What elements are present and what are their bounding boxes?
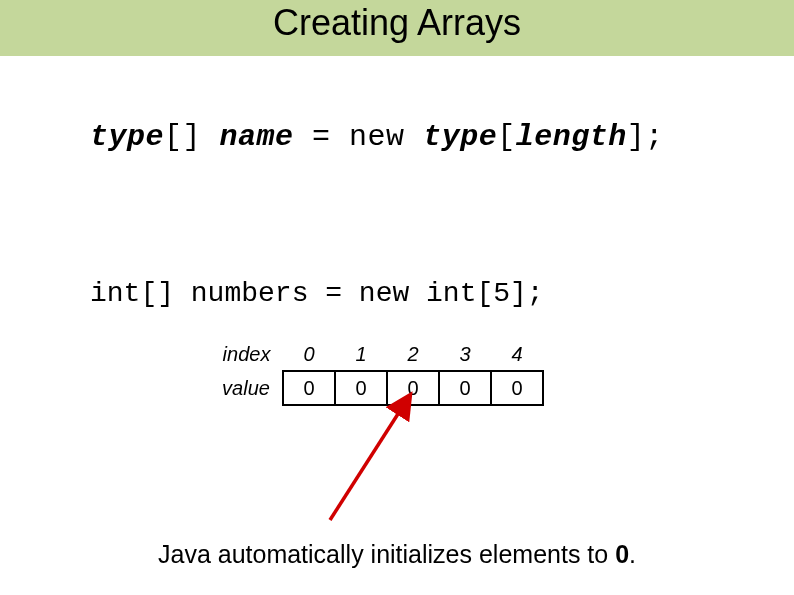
index-cell: 3 [439,338,491,371]
value-cell: 0 [491,371,543,405]
index-cell: 2 [387,338,439,371]
index-label: index [210,338,283,371]
value-label: value [210,371,283,405]
footer-zero: 0 [615,540,629,568]
index-row: index 0 1 2 3 4 [210,338,543,371]
index-cell: 1 [335,338,387,371]
slide: Creating Arrays type[] name = new type[l… [0,0,794,595]
syntax-template: type[] name = new type[length]; [90,120,664,154]
example-code: int[] numbers = new int[5]; [90,278,544,309]
slide-title: Creating Arrays [0,2,794,44]
footer-pre: Java automatically initializes elements … [158,540,615,568]
syntax-brackets1: [] [164,120,201,154]
syntax-type2: type [423,120,497,154]
index-cell: 0 [283,338,335,371]
syntax-type1: type [90,120,164,154]
footer-post: . [629,540,636,568]
syntax-open: [ [497,120,516,154]
syntax-equals: = [312,120,331,154]
arrow-icon [300,395,440,525]
index-cell: 4 [491,338,543,371]
syntax-length: length [516,120,627,154]
value-cell: 0 [439,371,491,405]
syntax-close: ]; [627,120,664,154]
svg-line-1 [330,403,405,520]
footer-note: Java automatically initializes elements … [0,540,794,569]
syntax-name: name [220,120,294,154]
syntax-new: new [349,120,405,154]
